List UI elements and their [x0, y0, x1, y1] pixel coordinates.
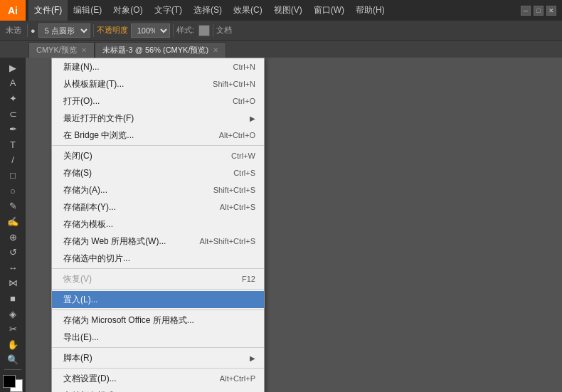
app-logo: Ai — [0, 0, 26, 21]
menu-dropdown-item-0-3[interactable]: 最近打开的文件(F)▶ — [52, 110, 264, 127]
menu-dropdown-item-1-2[interactable]: 存储为(A)...Shift+Ctrl+S — [52, 181, 264, 198]
menu-separator-0 — [52, 145, 264, 146]
submenu-arrow-icon: ▶ — [250, 115, 255, 122]
pen-tool-button[interactable]: ✒ — [3, 122, 23, 137]
minimize-button[interactable]: ─ — [521, 6, 531, 16]
brush-select[interactable]: 5 点圆形 — [38, 23, 90, 38]
menu-item-label: 从模板新建(T)... — [63, 78, 124, 90]
menu-separator-5 — [52, 368, 264, 369]
magic-wand-tool-button[interactable]: ✦ — [3, 91, 23, 106]
menu-item-8[interactable]: 帮助(H) — [350, 0, 391, 21]
title-bar-controls: ─ □ ✕ — [521, 6, 562, 16]
menu-item-7[interactable]: 窗口(W) — [308, 0, 350, 21]
brush-tool-button[interactable]: ✍ — [3, 214, 23, 229]
menu-item-label: 在 Bridge 中浏览... — [63, 129, 134, 142]
type-tool-button[interactable]: T — [3, 137, 23, 152]
menu-dropdown-item-5-0[interactable]: 脚本(R)▶ — [52, 349, 264, 366]
eyedropper-tool-button[interactable]: ◈ — [3, 307, 23, 322]
menu-item-shortcut: Alt+Ctrl+O — [219, 131, 255, 139]
menu-item-shortcut: Ctrl+N — [233, 63, 255, 71]
menu-item-label: 恢复(V) — [63, 273, 92, 285]
menu-item-0[interactable]: 文件(F) — [28, 0, 68, 21]
tab-close-1[interactable]: ✕ — [213, 46, 218, 54]
menu-item-shortcut: Ctrl+S — [233, 169, 255, 177]
menu-item-label: 存储为 Web 所用格式(W)... — [63, 235, 166, 248]
tab-1[interactable]: 未标题-3 @ 56% (CMYK/预览)✕ — [95, 42, 226, 58]
ellipse-tool-button[interactable]: ○ — [3, 184, 23, 198]
menu-item-5[interactable]: 效果(C) — [228, 0, 268, 21]
menu-dropdown-item-1-4[interactable]: 存储为模板... — [52, 216, 264, 233]
menu-dropdown-item-3-0[interactable]: 置入(L)... — [52, 291, 264, 308]
menu-item-shortcut: Ctrl+W — [231, 152, 255, 160]
blend-tool-button[interactable]: ↔ — [3, 260, 23, 275]
menu-item-label: 导出(E)... — [63, 332, 99, 344]
menu-item-label: 脚本(R) — [63, 352, 92, 364]
menu-dropdown-item-1-1[interactable]: 存储(S)Ctrl+S — [52, 164, 264, 181]
menu-item-1[interactable]: 编辑(E) — [68, 0, 107, 21]
menu-dropdown-item-0-0[interactable]: 新建(N)...Ctrl+N — [52, 58, 264, 75]
menu-item-label: 存储(S) — [63, 167, 92, 179]
foreground-color-swatch[interactable] — [3, 375, 16, 388]
menu-dropdown-item-0-1[interactable]: 从模板新建(T)...Shift+Ctrl+N — [52, 75, 264, 92]
menu-dropdown-item-1-6[interactable]: 存储选中的切片... — [52, 250, 264, 267]
scissors-tool-button[interactable]: ✂ — [3, 322, 23, 337]
selection-tool-button[interactable]: ▶ — [3, 60, 23, 75]
menu-dropdown-item-2-0: 恢复(V)F12 — [52, 270, 264, 287]
menu-item-6[interactable]: 视图(V) — [268, 0, 308, 21]
menu-item-label: 最近打开的文件(F) — [63, 112, 134, 125]
restore-button[interactable]: □ — [534, 6, 544, 16]
menu-dropdown-item-1-5[interactable]: 存储为 Web 所用格式(W)...Alt+Shift+Ctrl+S — [52, 233, 264, 250]
menu-dropdown-item-0-4[interactable]: 在 Bridge 中浏览...Alt+Ctrl+O — [52, 127, 264, 144]
menu-item-label: 存储为(A)... — [63, 184, 107, 196]
tool-separator — [4, 369, 21, 370]
hand-tool-button[interactable]: ✋ — [3, 337, 23, 352]
menu-item-2[interactable]: 对象(O) — [107, 0, 148, 21]
menu-bar: 文件(F)编辑(E)对象(O)文字(T)选择(S)效果(C)视图(V)窗口(W)… — [26, 0, 521, 21]
mesh-tool-button[interactable]: ■ — [3, 291, 23, 306]
menu-dropdown-item-6-0[interactable]: 文档设置(D)...Alt+Ctrl+P — [52, 370, 264, 387]
toolbar-divider-3 — [173, 24, 174, 37]
zoom-tool-button[interactable]: 🔍 — [3, 353, 23, 368]
menu-dropdown-item-1-3[interactable]: 存储副本(Y)...Alt+Ctrl+S — [52, 198, 264, 216]
main-area: ▶A✦⊂✒T/□○✎✍⊕↺↔⋈■◈✂✋🔍 新建(N)...Ctrl+N从模板新建… — [0, 58, 562, 392]
close-button[interactable]: ✕ — [546, 6, 556, 16]
menu-dropdown-item-6-1[interactable]: 文档颜色模式(M)▶ — [52, 387, 264, 392]
tab-label-0: CMYK/预览 — [36, 45, 77, 55]
title-bar: Ai 文件(F)编辑(E)对象(O)文字(T)选择(S)效果(C)视图(V)窗口… — [0, 0, 562, 21]
pencil-tool-button[interactable]: ✎ — [3, 198, 23, 213]
scale-tool-button[interactable]: ↺ — [3, 245, 23, 260]
menu-item-shortcut: Shift+Ctrl+N — [213, 80, 255, 88]
menu-item-shortcut: Alt+Ctrl+P — [220, 374, 255, 383]
menu-dropdown-item-4-1[interactable]: 导出(E)... — [52, 329, 264, 346]
gradient-tool-button[interactable]: ⋈ — [3, 276, 23, 291]
rectangle-tool-button[interactable]: □ — [3, 168, 23, 183]
menu-dropdown-item-1-0[interactable]: 关闭(C)Ctrl+W — [52, 147, 264, 164]
menu-dropdown-item-4-0[interactable]: 存储为 Microsoft Office 所用格式... — [52, 312, 264, 329]
menu-item-3[interactable]: 文字(T) — [149, 0, 188, 21]
line-tool-button[interactable]: / — [3, 153, 23, 168]
toolbar-divider-2 — [93, 24, 94, 37]
opacity-label: 不透明度 — [97, 25, 128, 36]
toolbar-divider-4 — [213, 24, 213, 37]
brush-icon: ● — [31, 26, 36, 35]
menu-item-label: 新建(N)... — [63, 61, 100, 73]
menu-item-shortcut: F12 — [242, 275, 255, 283]
menu-item-4[interactable]: 选择(S) — [188, 0, 228, 21]
menu-separator-4 — [52, 347, 264, 348]
menu-item-shortcut: Alt+Ctrl+S — [220, 203, 255, 211]
menu-item-label: 文档设置(D)... — [63, 373, 117, 385]
lasso-tool-button[interactable]: ⊂ — [3, 107, 23, 122]
menu-item-label: 关闭(C) — [63, 150, 92, 162]
toolbar-divider-1 — [27, 24, 28, 37]
opacity-select[interactable]: 100% — [131, 23, 170, 38]
menu-item-label: 存储为 Microsoft Office 所用格式... — [63, 314, 194, 327]
menu-separator-3 — [52, 309, 264, 310]
rotate-tool-button[interactable]: ⊕ — [3, 230, 23, 245]
tab-close-0[interactable]: ✕ — [81, 46, 87, 54]
menu-item-label: 存储选中的切片... — [63, 253, 130, 265]
file-menu-dropdown: 新建(N)...Ctrl+N从模板新建(T)...Shift+Ctrl+N打开(… — [51, 58, 265, 392]
menu-item-shortcut: Shift+Ctrl+S — [213, 186, 255, 194]
direct-selection-tool-button[interactable]: A — [3, 76, 23, 91]
tab-0[interactable]: CMYK/预览✕ — [28, 42, 95, 58]
menu-dropdown-item-0-2[interactable]: 打开(O)...Ctrl+O — [52, 92, 264, 110]
